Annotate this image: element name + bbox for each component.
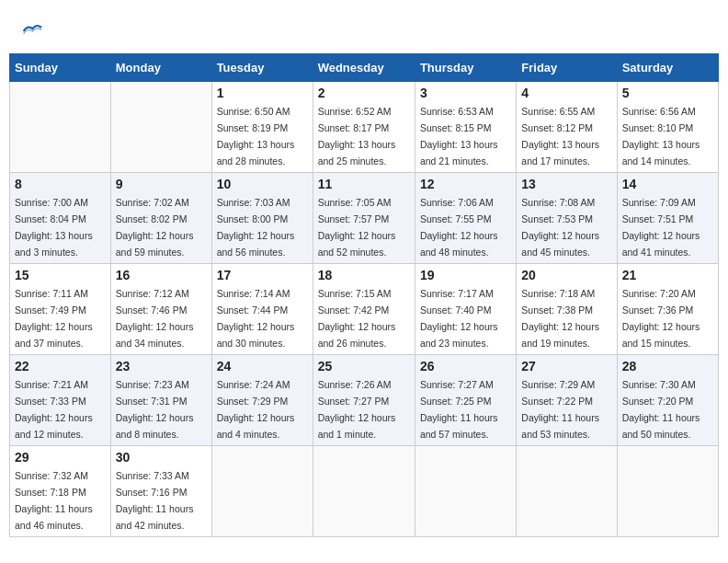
day-info: Sunrise: 7:24 AMSunset: 7:29 PMDaylight:… [217, 379, 295, 440]
day-number: 13 [521, 177, 611, 191]
day-number: 11 [318, 177, 410, 191]
day-number: 17 [217, 268, 308, 282]
day-info: Sunrise: 7:12 AMSunset: 7:46 PMDaylight:… [116, 288, 194, 349]
table-row: 3Sunrise: 6:53 AMSunset: 8:15 PMDaylight… [415, 82, 516, 173]
day-info: Sunrise: 7:03 AMSunset: 8:00 PMDaylight:… [217, 197, 295, 258]
table-row: 17Sunrise: 7:14 AMSunset: 7:44 PMDayligh… [211, 264, 313, 355]
day-number: 9 [116, 177, 207, 191]
table-row: 30Sunrise: 7:33 AMSunset: 7:16 PMDayligh… [110, 446, 211, 537]
day-number: 28 [622, 359, 713, 373]
day-number: 4 [521, 86, 611, 100]
day-number: 16 [116, 268, 207, 282]
day-number: 19 [420, 268, 511, 282]
day-info: Sunrise: 7:17 AMSunset: 7:40 PMDaylight:… [420, 288, 498, 349]
day-number: 25 [318, 359, 410, 373]
day-info: Sunrise: 6:50 AMSunset: 8:19 PMDaylight:… [217, 106, 295, 167]
day-number: 2 [318, 86, 410, 100]
day-number: 8 [15, 177, 106, 191]
day-info: Sunrise: 7:26 AMSunset: 7:27 PMDaylight:… [318, 379, 396, 440]
day-info: Sunrise: 7:20 AMSunset: 7:36 PMDaylight:… [622, 288, 700, 349]
day-number: 29 [15, 450, 106, 465]
table-row: 13Sunrise: 7:08 AMSunset: 7:53 PMDayligh… [517, 173, 617, 264]
col-monday: Monday [110, 54, 211, 82]
day-info: Sunrise: 7:00 AMSunset: 8:04 PMDaylight:… [15, 197, 93, 258]
table-row [617, 446, 718, 537]
table-row: 28Sunrise: 7:30 AMSunset: 7:20 PMDayligh… [617, 355, 718, 446]
day-info: Sunrise: 6:56 AMSunset: 8:10 PMDaylight:… [622, 106, 700, 167]
day-info: Sunrise: 7:30 AMSunset: 7:20 PMDaylight:… [622, 379, 700, 440]
table-row: 14Sunrise: 7:09 AMSunset: 7:51 PMDayligh… [617, 173, 718, 264]
day-info: Sunrise: 7:23 AMSunset: 7:31 PMDaylight:… [116, 379, 194, 440]
day-number: 1 [217, 86, 308, 100]
table-row: 16Sunrise: 7:12 AMSunset: 7:46 PMDayligh… [110, 264, 211, 355]
table-row: 9Sunrise: 7:02 AMSunset: 8:02 PMDaylight… [110, 173, 211, 264]
table-row: 1Sunrise: 6:50 AMSunset: 8:19 PMDaylight… [211, 82, 313, 173]
day-info: Sunrise: 7:32 AMSunset: 7:18 PMDaylight:… [15, 470, 93, 531]
day-info: Sunrise: 7:02 AMSunset: 8:02 PMDaylight:… [116, 197, 194, 258]
calendar-table: Sunday Monday Tuesday Wednesday Thursday… [9, 53, 719, 537]
table-row [517, 446, 617, 537]
table-row: 29Sunrise: 7:32 AMSunset: 7:18 PMDayligh… [10, 446, 111, 537]
table-row: 26Sunrise: 7:27 AMSunset: 7:25 PMDayligh… [415, 355, 516, 446]
day-info: Sunrise: 6:53 AMSunset: 8:15 PMDaylight:… [420, 106, 498, 167]
col-wednesday: Wednesday [313, 54, 415, 82]
day-info: Sunrise: 7:33 AMSunset: 7:16 PMDaylight:… [116, 470, 194, 531]
day-info: Sunrise: 7:27 AMSunset: 7:25 PMDaylight:… [420, 379, 498, 440]
day-number: 10 [217, 177, 308, 191]
page-header [9, 9, 719, 49]
table-row: 10Sunrise: 7:03 AMSunset: 8:00 PMDayligh… [211, 173, 313, 264]
col-tuesday: Tuesday [211, 54, 313, 82]
day-info: Sunrise: 7:18 AMSunset: 7:38 PMDaylight:… [521, 288, 599, 349]
table-row: 5Sunrise: 6:56 AMSunset: 8:10 PMDaylight… [617, 82, 718, 173]
day-info: Sunrise: 7:08 AMSunset: 7:53 PMDaylight:… [521, 197, 599, 258]
day-number: 21 [622, 268, 713, 282]
day-number: 3 [420, 86, 511, 100]
day-info: Sunrise: 7:21 AMSunset: 7:33 PMDaylight:… [15, 379, 93, 440]
col-sunday: Sunday [10, 54, 111, 82]
day-number: 22 [15, 359, 106, 373]
table-row [313, 446, 415, 537]
table-row: 21Sunrise: 7:20 AMSunset: 7:36 PMDayligh… [617, 264, 718, 355]
day-info: Sunrise: 6:52 AMSunset: 8:17 PMDaylight:… [318, 106, 396, 167]
day-info: Sunrise: 7:09 AMSunset: 7:51 PMDaylight:… [622, 197, 700, 258]
day-info: Sunrise: 7:15 AMSunset: 7:42 PMDaylight:… [318, 288, 396, 349]
day-number: 5 [622, 86, 713, 100]
table-row [211, 446, 313, 537]
day-info: Sunrise: 7:05 AMSunset: 7:57 PMDaylight:… [318, 197, 396, 258]
day-number: 12 [420, 177, 511, 191]
table-row: 2Sunrise: 6:52 AMSunset: 8:17 PMDaylight… [313, 82, 415, 173]
table-row: 20Sunrise: 7:18 AMSunset: 7:38 PMDayligh… [517, 264, 617, 355]
day-info: Sunrise: 7:06 AMSunset: 7:55 PMDaylight:… [420, 197, 498, 258]
day-number: 14 [622, 177, 713, 191]
table-row: 12Sunrise: 7:06 AMSunset: 7:55 PMDayligh… [415, 173, 516, 264]
day-number: 20 [521, 268, 611, 282]
day-info: Sunrise: 6:55 AMSunset: 8:12 PMDaylight:… [521, 106, 599, 167]
table-row: 4Sunrise: 6:55 AMSunset: 8:12 PMDaylight… [517, 82, 617, 173]
day-number: 23 [116, 359, 207, 373]
table-row: 23Sunrise: 7:23 AMSunset: 7:31 PMDayligh… [110, 355, 211, 446]
logo-icon [18, 18, 44, 44]
svg-rect-0 [18, 18, 44, 44]
table-row: 18Sunrise: 7:15 AMSunset: 7:42 PMDayligh… [313, 264, 415, 355]
day-number: 26 [420, 359, 511, 373]
col-friday: Friday [517, 54, 617, 82]
day-number: 15 [15, 268, 106, 282]
table-row: 15Sunrise: 7:11 AMSunset: 7:49 PMDayligh… [10, 264, 111, 355]
logo [18, 18, 48, 44]
day-info: Sunrise: 7:11 AMSunset: 7:49 PMDaylight:… [15, 288, 93, 349]
table-row [10, 82, 111, 173]
table-row: 22Sunrise: 7:21 AMSunset: 7:33 PMDayligh… [10, 355, 111, 446]
day-info: Sunrise: 7:29 AMSunset: 7:22 PMDaylight:… [521, 379, 599, 440]
table-row: 8Sunrise: 7:00 AMSunset: 8:04 PMDaylight… [10, 173, 111, 264]
day-number: 24 [217, 359, 308, 373]
table-row [110, 82, 211, 173]
day-number: 18 [318, 268, 410, 282]
table-row: 27Sunrise: 7:29 AMSunset: 7:22 PMDayligh… [517, 355, 617, 446]
col-saturday: Saturday [617, 54, 718, 82]
col-thursday: Thursday [415, 54, 516, 82]
day-info: Sunrise: 7:14 AMSunset: 7:44 PMDaylight:… [217, 288, 295, 349]
table-row: 25Sunrise: 7:26 AMSunset: 7:27 PMDayligh… [313, 355, 415, 446]
table-row: 11Sunrise: 7:05 AMSunset: 7:57 PMDayligh… [313, 173, 415, 264]
table-row: 19Sunrise: 7:17 AMSunset: 7:40 PMDayligh… [415, 264, 516, 355]
table-row [415, 446, 516, 537]
